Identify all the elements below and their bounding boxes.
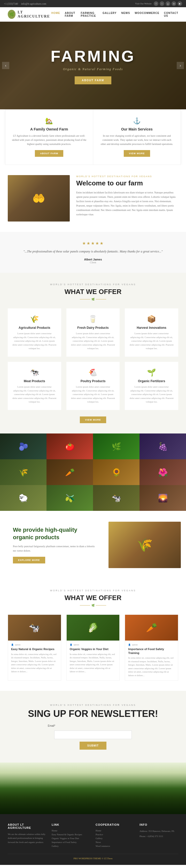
top-bar-phone: +1 (333)7340: [4, 2, 18, 5]
testimonial-stars: ★★★★★: [21, 241, 165, 246]
offer-view-more-button[interactable]: VIEW MORE: [80, 416, 106, 423]
googleplus-icon[interactable]: g: [166, 1, 170, 6]
services-icon: ⚓: [100, 117, 175, 125]
gallery-photo-1[interactable]: 🫐: [0, 433, 47, 459]
blog-tag: WORLD'S HOTTEST DESTINATIONS FOR VEGANS: [8, 589, 178, 592]
footer-coop-gallery[interactable]: Gallery: [96, 837, 134, 840]
offer-card2-title: Fresh Dairy Products: [71, 326, 115, 330]
footer-col-2: Link Home Easy Natural & Organic Recipes…: [52, 823, 90, 849]
gallery-photo-8[interactable]: 🌺: [139, 459, 186, 485]
newsletter-section: WORLD'S HOTTEST DESTINATIONS FOR VEGANS …: [0, 691, 186, 763]
welcome-section: 🤲 WORLD'S HOTTEST DESTINATIONS FOR VEGAN…: [0, 165, 186, 232]
top-bar-email: info@lt-agriculture.com: [21, 2, 46, 5]
blog-card-2: 🥬 👤 admin Organic Veggies in Your Diet I…: [67, 615, 120, 681]
fertilizer-icon: 🌱: [129, 368, 174, 377]
footer: About LT Agriculture We are the ultimate…: [0, 814, 186, 865]
footer-coop-woo[interactable]: WooCommerce: [96, 845, 134, 847]
nav-farming[interactable]: Farming Practice: [81, 11, 98, 17]
blog-card3-text: In orma dolor sit, consectetur adipiscin…: [128, 656, 175, 677]
welcome-tag: WORLD'S HOTTEST DESTINATIONS FOR VEGANS: [76, 175, 178, 178]
footer-col-1: About LT Agriculture We are the ultimate…: [8, 823, 47, 849]
hero-title: FARMING: [51, 47, 135, 65]
blog-meta3-text: admin: [132, 644, 138, 646]
footer-link-veggies[interactable]: Organic Veggies in Your Diet: [52, 837, 90, 840]
gallery-photo-9[interactable]: 🐑: [0, 485, 47, 511]
nav-news[interactable]: News: [121, 11, 130, 17]
footer-grid: About LT Agriculture We are the ultimate…: [8, 823, 178, 849]
gallery-photo-2[interactable]: 🍅: [47, 433, 93, 459]
newsletter-email-input[interactable]: [54, 731, 132, 739]
photo-gallery-row2: 🐑 🫒 🐄 🌄: [0, 485, 186, 511]
footer-phone-text: Phone: +1(854) 373 3111: [139, 835, 178, 838]
hq-title: We provide high-quality organic products: [13, 526, 96, 541]
youtube-icon[interactable]: ▶: [178, 1, 182, 6]
blog-divider: 🌿: [8, 604, 178, 607]
hay-bale-icon: 🌾: [137, 537, 153, 552]
blog-content-2: 👤 admin Organic Veggies in Your Diet In …: [67, 641, 119, 676]
visit-website-link[interactable]: Visit Our Website: [135, 2, 152, 5]
facebook-icon[interactable]: f: [154, 1, 158, 6]
footer-coop-news[interactable]: News: [96, 841, 134, 843]
offer-title: WHAT WE OFFER: [8, 288, 178, 296]
gallery-photo-11[interactable]: 🐄: [93, 485, 139, 511]
footer-col4-title: Info: [139, 823, 178, 826]
email-label: Email*: [48, 724, 55, 727]
offer-card6-title: Organic Fertilizers: [129, 379, 174, 383]
gallery-photo-4[interactable]: 🍇: [139, 433, 186, 459]
gallery-photo-7[interactable]: 🌻: [93, 459, 139, 485]
footer-link-organic[interactable]: Easy Natural & Organic Recipes: [52, 833, 90, 836]
hero-prev-button[interactable]: ‹: [2, 62, 9, 69]
nav-contact[interactable]: Contact Us: [164, 11, 178, 17]
newsletter-tag: WORLD'S HOTTEST DESTINATIONS FOR VEGANS: [8, 704, 178, 706]
footer-coop-home[interactable]: Home: [96, 829, 134, 832]
offer-card5-title: Poultry Products: [71, 379, 115, 383]
hero-next-button[interactable]: ›: [177, 62, 184, 69]
testimonial-role: Client: [21, 261, 165, 264]
linkedin-icon[interactable]: in: [171, 1, 176, 6]
blog-header: WORLD'S HOTTEST DESTINATIONS FOR VEGANS …: [8, 589, 178, 607]
footer-col-4: Info Address: 353 Hanover, Delaware, PA …: [139, 823, 178, 849]
blog-image-1[interactable]: 🐄: [8, 615, 61, 641]
footer-coop-practice[interactable]: Practice: [96, 833, 134, 836]
gallery-photo-12[interactable]: 🌄: [139, 485, 186, 511]
scenic-background: [0, 763, 186, 814]
hero-cta-button[interactable]: ABOUT FARM: [75, 76, 112, 84]
about-col2-text: In our ever changing world of agricultur…: [100, 134, 175, 146]
nav-about[interactable]: About Farm: [65, 11, 76, 17]
hero-subtitle: Organic & Natural Farming Foods: [51, 67, 135, 71]
blog-image-3[interactable]: 🥕: [125, 615, 178, 641]
family-farm-icon: 🏡: [12, 117, 86, 125]
hand-seeds-icon: 🤲: [32, 192, 45, 205]
blog-divider-left: [80, 605, 90, 606]
testimonial-section: ★★★★★ "...The professionalism of these s…: [0, 232, 186, 273]
blog-card2-title: Organic Veggies in Your Diet: [70, 647, 116, 651]
offer-card-2: 🥛 Fresh Dairy Products Lorem ipsum dolor…: [67, 308, 120, 356]
newsletter-submit-button[interactable]: SUBMIT: [80, 742, 106, 750]
blog-section: WORLD'S HOTTEST DESTINATIONS FOR VEGANS …: [0, 579, 186, 691]
blog-image-2[interactable]: 🥬: [67, 615, 119, 641]
gallery-photo-6[interactable]: 🥕: [47, 459, 93, 485]
hero-section: FARMING Organic & Natural Farming Foods …: [0, 22, 186, 109]
blog-content-3: 👤 admin Importance of Food Safety Traini…: [125, 641, 178, 680]
blog-user-icon-2: 👤: [70, 644, 72, 646]
gallery-photo-5[interactable]: 🌾: [0, 459, 47, 485]
logo: 🌿 LT AGRICULTURE: [8, 10, 51, 19]
welcome-title: Welcome to our farm: [76, 179, 178, 187]
nav-home[interactable]: Home: [51, 11, 60, 17]
about-farm-button[interactable]: ABOUT FARM: [35, 150, 63, 157]
gallery-photo-3[interactable]: 🌿: [93, 433, 139, 459]
footer-link-home[interactable]: Home: [52, 829, 90, 832]
twitter-icon[interactable]: t: [160, 1, 164, 6]
footer-link-food[interactable]: Importance of Food Safety: [52, 841, 90, 843]
header: 🌿 LT AGRICULTURE Home About Farm Farming…: [0, 7, 186, 22]
footer-link-gallery[interactable]: Gallery: [52, 845, 90, 847]
view-more-button[interactable]: VIEW MORE: [124, 150, 150, 157]
nav-woo[interactable]: WooCommerce: [135, 11, 159, 17]
harvest-icon: 📦: [129, 315, 174, 323]
nav-gallery[interactable]: Gallery: [103, 11, 116, 17]
hq-explore-button[interactable]: EXPLORE MORE: [13, 557, 45, 563]
blog-meta1-text: admin: [15, 644, 21, 646]
offer-card2-text: Lorem ipsum dolor amet consectetur adipi…: [71, 332, 115, 350]
divider-leaf-icon: 🌿: [91, 298, 95, 301]
gallery-photo-10[interactable]: 🫒: [47, 485, 93, 511]
